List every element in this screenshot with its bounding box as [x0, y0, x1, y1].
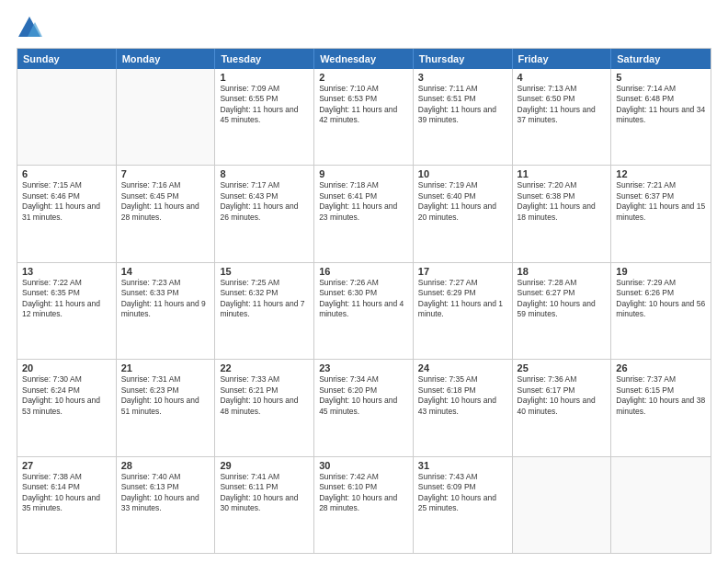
cell-details: Sunrise: 7:20 AM Sunset: 6:38 PM Dayligh… — [518, 180, 607, 223]
cell-details: Sunrise: 7:30 AM Sunset: 6:24 PM Dayligh… — [22, 374, 111, 417]
calendar-cell: 16Sunrise: 7:26 AM Sunset: 6:30 PM Dayli… — [314, 263, 414, 359]
cell-details: Sunrise: 7:21 AM Sunset: 6:37 PM Dayligh… — [616, 180, 706, 223]
calendar-cell: 15Sunrise: 7:25 AM Sunset: 6:32 PM Dayli… — [215, 263, 314, 359]
calendar-cell: 25Sunrise: 7:36 AM Sunset: 6:17 PM Dayli… — [513, 360, 612, 455]
cell-details: Sunrise: 7:09 AM Sunset: 6:55 PM Dayligh… — [220, 84, 309, 126]
calendar-cell: 14Sunrise: 7:23 AM Sunset: 6:33 PM Dayli… — [117, 263, 216, 359]
header-day: Monday — [117, 49, 216, 69]
calendar-cell: 29Sunrise: 7:41 AM Sunset: 6:11 PM Dayli… — [215, 457, 314, 553]
day-number: 15 — [220, 266, 309, 277]
calendar-cell — [117, 69, 216, 165]
calendar-row: 27Sunrise: 7:38 AM Sunset: 6:14 PM Dayli… — [17, 457, 711, 553]
day-number: 10 — [418, 168, 507, 179]
calendar-cell: 8Sunrise: 7:17 AM Sunset: 6:43 PM Daylig… — [215, 166, 314, 261]
day-number: 22 — [220, 362, 309, 373]
calendar-cell: 1Sunrise: 7:09 AM Sunset: 6:55 PM Daylig… — [215, 69, 314, 165]
logo-icon — [17, 15, 42, 40]
calendar-body: 1Sunrise: 7:09 AM Sunset: 6:55 PM Daylig… — [17, 69, 711, 553]
calendar-cell: 27Sunrise: 7:38 AM Sunset: 6:14 PM Dayli… — [17, 457, 117, 553]
header — [17, 15, 711, 40]
day-number: 11 — [518, 168, 607, 179]
day-number: 19 — [616, 266, 706, 277]
day-number: 1 — [220, 72, 309, 83]
header-day: Wednesday — [314, 49, 414, 69]
calendar-cell: 19Sunrise: 7:29 AM Sunset: 6:26 PM Dayli… — [611, 263, 711, 359]
day-number: 13 — [22, 266, 111, 277]
cell-details: Sunrise: 7:15 AM Sunset: 6:46 PM Dayligh… — [22, 180, 111, 223]
calendar-cell: 26Sunrise: 7:37 AM Sunset: 6:15 PM Dayli… — [611, 360, 711, 455]
cell-details: Sunrise: 7:13 AM Sunset: 6:50 PM Dayligh… — [518, 84, 607, 126]
cell-details: Sunrise: 7:42 AM Sunset: 6:10 PM Dayligh… — [319, 472, 408, 514]
day-number: 29 — [220, 460, 309, 471]
day-number: 8 — [220, 168, 309, 179]
cell-details: Sunrise: 7:40 AM Sunset: 6:13 PM Dayligh… — [121, 472, 210, 514]
cell-details: Sunrise: 7:25 AM Sunset: 6:32 PM Dayligh… — [220, 278, 309, 320]
day-number: 26 — [616, 362, 706, 373]
cell-details: Sunrise: 7:11 AM Sunset: 6:51 PM Dayligh… — [418, 84, 507, 126]
day-number: 7 — [121, 168, 210, 179]
calendar: SundayMondayTuesdayWednesdayThursdayFrid… — [17, 48, 711, 554]
calendar-row: 20Sunrise: 7:30 AM Sunset: 6:24 PM Dayli… — [17, 360, 711, 456]
cell-details: Sunrise: 7:41 AM Sunset: 6:11 PM Dayligh… — [220, 472, 309, 514]
cell-details: Sunrise: 7:10 AM Sunset: 6:53 PM Dayligh… — [319, 84, 408, 126]
calendar-cell: 9Sunrise: 7:18 AM Sunset: 6:41 PM Daylig… — [314, 166, 414, 261]
calendar-cell: 6Sunrise: 7:15 AM Sunset: 6:46 PM Daylig… — [17, 166, 117, 261]
calendar-cell: 3Sunrise: 7:11 AM Sunset: 6:51 PM Daylig… — [414, 69, 513, 165]
day-number: 17 — [418, 266, 507, 277]
calendar-cell: 21Sunrise: 7:31 AM Sunset: 6:23 PM Dayli… — [117, 360, 216, 455]
calendar-cell: 17Sunrise: 7:27 AM Sunset: 6:29 PM Dayli… — [414, 263, 513, 359]
cell-details: Sunrise: 7:29 AM Sunset: 6:26 PM Dayligh… — [616, 278, 706, 320]
calendar-cell: 24Sunrise: 7:35 AM Sunset: 6:18 PM Dayli… — [414, 360, 513, 455]
day-number: 4 — [518, 72, 607, 83]
calendar-cell: 31Sunrise: 7:43 AM Sunset: 6:09 PM Dayli… — [414, 457, 513, 553]
cell-details: Sunrise: 7:37 AM Sunset: 6:15 PM Dayligh… — [616, 374, 706, 417]
day-number: 5 — [616, 72, 706, 83]
cell-details: Sunrise: 7:33 AM Sunset: 6:21 PM Dayligh… — [220, 374, 309, 417]
cell-details: Sunrise: 7:34 AM Sunset: 6:20 PM Dayligh… — [319, 374, 408, 417]
day-number: 30 — [319, 460, 408, 471]
calendar-row: 1Sunrise: 7:09 AM Sunset: 6:55 PM Daylig… — [17, 69, 711, 166]
day-number: 6 — [22, 168, 111, 179]
cell-details: Sunrise: 7:22 AM Sunset: 6:35 PM Dayligh… — [22, 278, 111, 320]
day-number: 20 — [22, 362, 111, 373]
cell-details: Sunrise: 7:18 AM Sunset: 6:41 PM Dayligh… — [319, 180, 408, 223]
day-number: 21 — [121, 362, 210, 373]
header-day: Sunday — [17, 49, 117, 69]
calendar-cell: 30Sunrise: 7:42 AM Sunset: 6:10 PM Dayli… — [314, 457, 414, 553]
day-number: 3 — [418, 72, 507, 83]
day-number: 16 — [319, 266, 408, 277]
calendar-cell: 12Sunrise: 7:21 AM Sunset: 6:37 PM Dayli… — [611, 166, 711, 261]
cell-details: Sunrise: 7:43 AM Sunset: 6:09 PM Dayligh… — [418, 472, 507, 514]
day-number: 28 — [121, 460, 210, 471]
calendar-cell — [513, 457, 612, 553]
day-number: 25 — [518, 362, 607, 373]
calendar-row: 6Sunrise: 7:15 AM Sunset: 6:46 PM Daylig… — [17, 166, 711, 262]
cell-details: Sunrise: 7:35 AM Sunset: 6:18 PM Dayligh… — [418, 374, 507, 417]
header-day: Tuesday — [215, 49, 314, 69]
calendar-cell: 20Sunrise: 7:30 AM Sunset: 6:24 PM Dayli… — [17, 360, 117, 455]
day-number: 23 — [319, 362, 408, 373]
cell-details: Sunrise: 7:36 AM Sunset: 6:17 PM Dayligh… — [518, 374, 607, 417]
calendar-cell — [611, 457, 711, 553]
calendar-cell: 23Sunrise: 7:34 AM Sunset: 6:20 PM Dayli… — [314, 360, 414, 455]
cell-details: Sunrise: 7:38 AM Sunset: 6:14 PM Dayligh… — [22, 472, 111, 514]
calendar-cell: 10Sunrise: 7:19 AM Sunset: 6:40 PM Dayli… — [414, 166, 513, 261]
day-number: 24 — [418, 362, 507, 373]
cell-details: Sunrise: 7:28 AM Sunset: 6:27 PM Dayligh… — [518, 278, 607, 320]
day-number: 14 — [121, 266, 210, 277]
day-number: 9 — [319, 168, 408, 179]
cell-details: Sunrise: 7:17 AM Sunset: 6:43 PM Dayligh… — [220, 180, 309, 223]
calendar-cell: 28Sunrise: 7:40 AM Sunset: 6:13 PM Dayli… — [117, 457, 216, 553]
header-day: Friday — [513, 49, 612, 69]
header-day: Saturday — [611, 49, 711, 69]
cell-details: Sunrise: 7:23 AM Sunset: 6:33 PM Dayligh… — [121, 278, 210, 320]
day-number: 27 — [22, 460, 111, 471]
header-day: Thursday — [414, 49, 513, 69]
day-number: 18 — [518, 266, 607, 277]
logo — [17, 15, 46, 40]
day-number: 2 — [319, 72, 408, 83]
calendar-cell: 11Sunrise: 7:20 AM Sunset: 6:38 PM Dayli… — [513, 166, 612, 261]
calendar-cell: 5Sunrise: 7:14 AM Sunset: 6:48 PM Daylig… — [611, 69, 711, 165]
cell-details: Sunrise: 7:14 AM Sunset: 6:48 PM Dayligh… — [616, 84, 706, 126]
day-number: 31 — [418, 460, 507, 471]
